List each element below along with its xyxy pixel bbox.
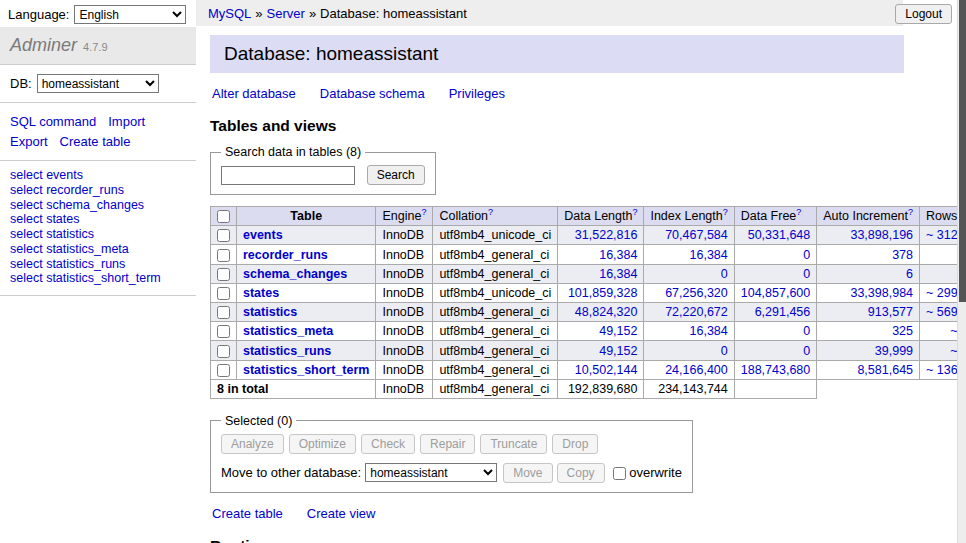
move-database-select[interactable]: homeassistant [365,463,497,482]
data-length-link[interactable]: 16,384 [599,248,637,262]
data-free-link[interactable]: 6,291,456 [755,305,811,319]
repair-button[interactable]: Repair [420,434,475,454]
table-link[interactable]: events [243,228,283,242]
table-link[interactable]: recorder_runs [243,248,328,262]
index-length-link[interactable]: 67,256,320 [665,286,728,300]
index-length-link[interactable]: 0 [721,267,728,281]
auto-increment-link[interactable]: 39,999 [875,344,913,358]
data-free-link[interactable]: 50,331,648 [748,228,811,242]
data-length-link[interactable]: 16,384 [599,267,637,281]
row-checkbox[interactable] [217,249,230,262]
database-schema-link[interactable]: Database schema [320,86,425,101]
table-link[interactable]: statistics_short_term [243,363,369,377]
data-length-link[interactable]: 49,152 [599,344,637,358]
row-checkbox[interactable] [217,287,230,300]
total-data-length: 192,839,680 [558,379,644,398]
collation-cell: utf8mb4_general_ci [433,245,558,264]
search-button[interactable]: Search [367,165,425,185]
row-checkbox[interactable] [217,325,230,338]
data-length-link[interactable]: 101,859,328 [568,286,638,300]
sidebar-link-sql-command[interactable]: SQL command [10,112,96,132]
row-checkbox[interactable] [217,345,230,358]
help-link[interactable]: ? [796,207,801,217]
db-select[interactable]: homeassistant [37,74,159,93]
data-free-link[interactable]: 0 [803,248,810,262]
table-link[interactable]: states [243,286,279,300]
index-length-link[interactable]: 16,384 [690,324,728,338]
alter-database-link[interactable]: Alter database [212,86,296,101]
table-link[interactable]: statistics_runs [243,344,331,358]
move-button[interactable]: Move [503,463,552,483]
data-length-link[interactable]: 49,152 [599,324,637,338]
sidebar-item-select-recorder-runs[interactable]: select recorder_runs [10,183,186,198]
overwrite-checkbox[interactable] [613,467,626,480]
row-checkbox[interactable] [217,306,230,319]
optimize-button[interactable]: Optimize [289,434,356,454]
sidebar-link-import[interactable]: Import [108,112,145,132]
table-link[interactable]: schema_changes [243,267,347,281]
sidebar-item-select-statistics-meta[interactable]: select statistics_meta [10,242,186,257]
row-checkbox[interactable] [217,229,230,242]
data-free-link[interactable]: 188,743,680 [741,363,811,377]
table-row: statistics InnoDB utf8mb4_general_ci 48,… [211,303,966,322]
adminer-brand-link[interactable]: Adminer [10,35,77,55]
help-link[interactable]: ? [632,207,637,217]
sidebar-item-select-states[interactable]: select states [10,212,186,227]
sidebar-link-export[interactable]: Export [10,132,48,152]
row-checkbox[interactable] [217,268,230,281]
help-link[interactable]: ? [488,207,493,217]
total-data-free [734,379,817,398]
index-length-link[interactable]: 0 [721,344,728,358]
help-link[interactable]: ? [908,207,913,217]
data-free-link[interactable]: 0 [803,324,810,338]
create-view-link[interactable]: Create view [307,506,376,521]
data-length-link[interactable]: 48,824,320 [575,305,638,319]
privileges-link[interactable]: Privileges [449,86,505,101]
auto-increment-link[interactable]: 325 [892,324,913,338]
breadcrumb-server-link[interactable]: Server [267,6,305,21]
auto-increment-link[interactable]: 913,577 [868,305,913,319]
drop-button[interactable]: Drop [552,434,598,454]
data-length-link[interactable]: 10,502,144 [575,363,638,377]
copy-button[interactable]: Copy [557,463,605,483]
data-free-link[interactable]: 0 [803,267,810,281]
data-length-link[interactable]: 31,522,816 [575,228,638,242]
table-row: schema_changes InnoDB utf8mb4_general_ci… [211,264,966,283]
analyze-button[interactable]: Analyze [221,434,284,454]
index-length-link[interactable]: 24,166,400 [665,363,728,377]
sidebar-item-select-events[interactable]: select events [10,168,186,183]
row-checkbox[interactable] [217,364,230,377]
sidebar-item-select-statistics-runs[interactable]: select statistics_runs [10,257,186,272]
create-table-link[interactable]: Create table [212,506,283,521]
auto-increment-link[interactable]: 33,398,984 [850,286,913,300]
sidebar-link-create-table[interactable]: Create table [60,132,131,152]
scrollbar-track[interactable] [957,0,966,543]
data-free-link[interactable]: 104,857,600 [741,286,811,300]
language-select[interactable]: English [74,5,186,24]
index-length-link[interactable]: 72,220,672 [665,305,728,319]
search-input[interactable] [221,166,355,185]
data-free-link[interactable]: 0 [803,344,810,358]
auto-increment-link[interactable]: 8,581,645 [857,363,913,377]
truncate-button[interactable]: Truncate [480,434,547,454]
logout-button[interactable]: Logout [895,4,952,24]
sidebar-item-select-statistics-short-term[interactable]: select statistics_short_term [10,271,186,286]
select-all-checkbox[interactable] [217,210,230,223]
table-link[interactable]: statistics [243,305,297,319]
scrollbar-thumb[interactable] [959,0,966,302]
help-link[interactable]: ? [421,207,426,217]
move-row: Move to other database: homeassistant Mo… [221,463,682,483]
check-button[interactable]: Check [361,434,415,454]
sidebar-item-select-schema-changes[interactable]: select schema_changes [10,198,186,213]
overwrite-option: overwrite [613,465,682,480]
breadcrumb-mysql-link[interactable]: MySQL [208,6,251,21]
language-bar: Language: English [0,0,196,27]
index-length-link[interactable]: 16,384 [690,248,728,262]
auto-increment-link[interactable]: 6 [906,267,913,281]
sidebar-item-select-statistics[interactable]: select statistics [10,227,186,242]
help-link[interactable]: ? [723,207,728,217]
table-link[interactable]: statistics_meta [243,324,333,338]
index-length-link[interactable]: 70,467,584 [665,228,728,242]
auto-increment-link[interactable]: 33,898,196 [850,228,913,242]
auto-increment-link[interactable]: 378 [892,248,913,262]
